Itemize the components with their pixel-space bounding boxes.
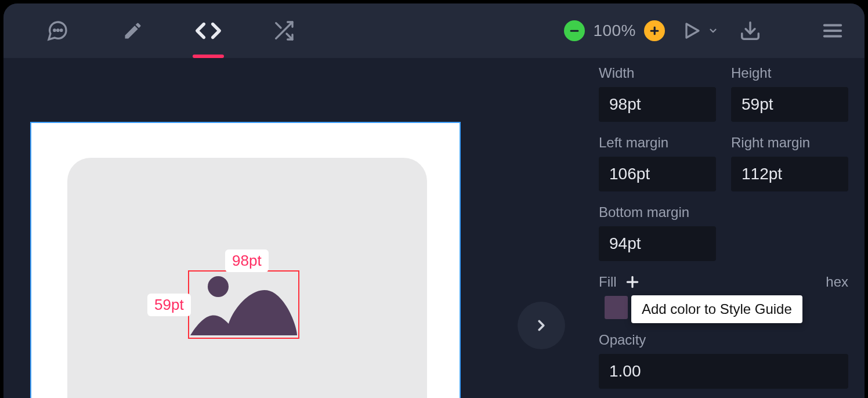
selection-box[interactable] <box>188 270 299 339</box>
expand-panel-button[interactable] <box>518 302 565 349</box>
width-label: Width <box>599 65 716 81</box>
toolbar-left-group <box>20 3 321 58</box>
code-tab[interactable] <box>171 3 246 58</box>
right-margin-input[interactable] <box>731 157 848 191</box>
add-fill-button[interactable] <box>625 274 640 290</box>
body: 98pt 59pt Width Height <box>3 58 865 398</box>
pencil-icon <box>122 20 143 41</box>
comments-tab[interactable] <box>20 3 95 58</box>
zoom-level-label: 100% <box>593 21 636 40</box>
width-input[interactable] <box>599 87 716 122</box>
height-input[interactable] <box>731 87 848 122</box>
download-button[interactable] <box>735 15 766 46</box>
fill-format-label[interactable]: hex <box>826 274 848 290</box>
left-margin-field: Left margin <box>599 135 716 191</box>
fill-color-swatch[interactable] <box>605 296 628 319</box>
plus-icon <box>648 24 661 37</box>
hamburger-menu-button[interactable] <box>817 15 848 46</box>
edit-tab[interactable] <box>95 3 171 58</box>
shuffle-icon <box>272 19 295 42</box>
toolbar: 100% <box>3 3 865 58</box>
opacity-input[interactable] <box>599 354 848 389</box>
fill-swatch-row: Add color to Style Guide <box>599 296 848 319</box>
canvas-area[interactable]: 98pt 59pt <box>3 58 587 398</box>
chevron-right-icon <box>533 317 550 334</box>
height-field: Height <box>731 65 848 122</box>
app-window: 100% <box>3 3 865 398</box>
left-margin-label: Left margin <box>599 135 716 151</box>
right-margin-field: Right margin <box>731 135 848 191</box>
right-margin-label: Right margin <box>731 135 848 151</box>
chat-icon <box>46 19 69 42</box>
toolbar-right-group: 100% <box>564 15 848 46</box>
zoom-group: 100% <box>564 20 665 41</box>
svg-rect-6 <box>570 30 579 32</box>
code-icon <box>195 17 222 44</box>
play-icon <box>681 20 702 41</box>
svg-rect-8 <box>654 27 656 35</box>
svg-line-5 <box>276 23 281 28</box>
selection-width-badge: 98pt <box>225 249 269 272</box>
chevron-down-icon <box>708 26 718 36</box>
height-label: Height <box>731 65 848 81</box>
bottom-margin-label: Bottom margin <box>599 204 716 220</box>
plus-icon <box>625 274 640 290</box>
svg-marker-9 <box>686 24 699 38</box>
menu-icon <box>822 20 844 42</box>
shuffle-tab[interactable] <box>246 3 321 58</box>
download-icon <box>739 20 761 42</box>
bottom-margin-field: Bottom margin <box>599 204 716 261</box>
bottom-margin-input[interactable] <box>599 226 716 261</box>
svg-point-0 <box>54 30 55 31</box>
opacity-label: Opacity <box>599 332 848 348</box>
left-margin-input[interactable] <box>599 157 716 191</box>
opacity-field: Opacity <box>599 332 848 398</box>
svg-point-2 <box>61 30 62 31</box>
inspector-panel: Width Height Left margin Right margin <box>587 58 865 398</box>
fill-section-header: Fill hex <box>599 274 848 290</box>
zoom-out-button[interactable] <box>564 20 585 41</box>
fill-tooltip: Add color to Style Guide <box>631 295 802 323</box>
zoom-in-button[interactable] <box>644 20 665 41</box>
fill-label: Fill <box>599 274 617 290</box>
minus-icon <box>568 24 581 37</box>
width-field: Width <box>599 65 716 122</box>
artboard[interactable]: 98pt 59pt <box>30 122 461 398</box>
preview-button[interactable] <box>681 20 718 41</box>
selection-height-badge: 59pt <box>147 294 191 316</box>
svg-point-1 <box>57 30 59 31</box>
